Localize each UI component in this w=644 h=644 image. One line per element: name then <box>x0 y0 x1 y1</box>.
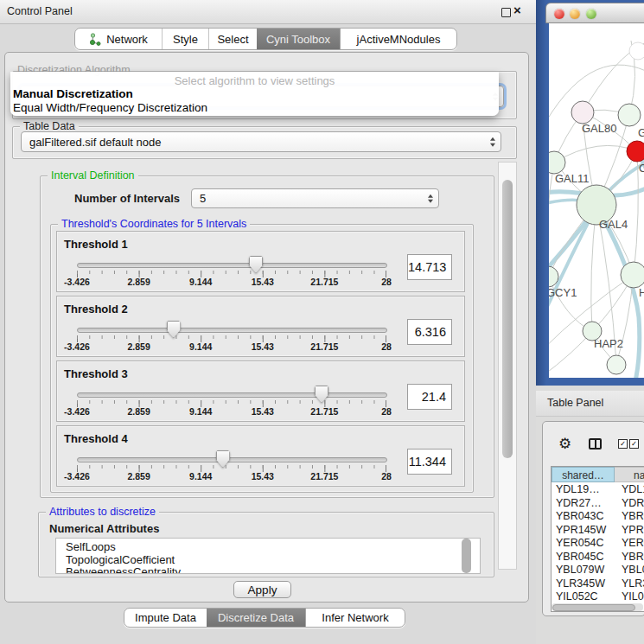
threshold-4-row: Threshold 4 -3.426 2.859 9.144 15.43 21.… <box>56 425 465 487</box>
threshold-1-value-field[interactable]: 14.713 <box>407 254 452 280</box>
table-row[interactable]: YBL079WYBL079W <box>552 564 644 577</box>
network-icon <box>89 33 102 46</box>
combo-stepper-icon <box>490 137 495 147</box>
column-checkbox-icon[interactable]: ✓ <box>618 439 628 449</box>
table-row[interactable]: YIL052CYIL052C <box>552 590 644 604</box>
slider-tick-labels: -3.426 2.859 9.144 15.43 21.715 28 <box>77 406 386 418</box>
table-horizontal-scrollbar[interactable] <box>552 603 643 611</box>
split-columns-icon[interactable] <box>589 438 602 450</box>
node-h <box>621 262 644 288</box>
number-of-intervals-label: Number of Intervals <box>74 192 180 205</box>
threshold-2-row: Threshold 2 -3.426 2.859 9.144 15.43 21.… <box>56 296 465 357</box>
table-panel-title: Table Panel <box>547 397 603 409</box>
threshold-2-slider[interactable] <box>77 328 387 333</box>
network-canvas[interactable]: GAL80 GA C GAL11 GAL4 GCY1 H HAP2 <box>549 23 644 378</box>
threshold-3-label: Threshold 3 <box>64 367 128 380</box>
node-label-clipped-mid: C <box>639 162 644 175</box>
tab-select-label: Select <box>217 33 248 46</box>
tab-select[interactable]: Select <box>208 29 257 49</box>
top-tab-bar: Network Style Select Cyni Toolbox jActiv… <box>74 28 457 50</box>
threshold-4-value-field[interactable]: 11.344 <box>407 449 452 475</box>
list-scrollbar[interactable] <box>462 539 471 573</box>
threshold-1-row: Threshold 1 -3.426 2.859 9.144 15.43 21.… <box>56 231 465 292</box>
threshold-2-label: Threshold 2 <box>64 303 128 316</box>
number-of-intervals-select[interactable]: 5 <box>191 188 439 208</box>
table-row[interactable]: YPR145WYPR145W <box>552 524 644 538</box>
list-item[interactable]: SelfLoops <box>56 541 480 554</box>
slider-minor-ticks <box>77 400 386 404</box>
apply-button[interactable]: Apply <box>233 581 291 598</box>
node-gal80 <box>571 101 594 124</box>
column-header-name[interactable]: name <box>615 467 644 482</box>
numerical-attributes-list[interactable]: SelfLoops TopologicalCoefficient Between… <box>55 538 481 574</box>
tab-infer-network[interactable]: Infer Network <box>305 609 405 627</box>
table-row[interactable]: YER054CYER054C <box>552 537 644 551</box>
column-checkbox-icon[interactable]: ✓ <box>629 439 639 449</box>
node-selected-red <box>627 141 644 162</box>
tab-discretize-data-label: Discretize Data <box>218 611 294 624</box>
threshold-1-slider[interactable] <box>77 263 387 268</box>
node-top-right <box>618 104 641 126</box>
thresholds-group-title: Threshold's Coordinates for 5 Intervals <box>58 218 250 230</box>
numerical-attributes-label: Numerical Attributes <box>49 522 159 535</box>
threshold-1-label: Threshold 1 <box>64 238 128 251</box>
table-panel-titlebar: Table Panel <box>536 391 644 417</box>
threshold-4-label: Threshold 4 <box>64 432 128 445</box>
table-row[interactable]: YLR345WYLR345W <box>552 577 644 591</box>
node-gal11 <box>549 151 565 174</box>
minimize-traffic-light-icon[interactable] <box>570 9 580 19</box>
threshold-3-value-field[interactable]: 21.4 <box>407 384 452 410</box>
float-window-icon[interactable] <box>501 8 511 17</box>
node-label-gcy1: GCY1 <box>549 286 577 299</box>
threshold-3-row: Threshold 3 -3.426 2.859 9.144 15.43 21.… <box>56 360 465 422</box>
popup-option-manual-discretization[interactable]: Manual Discretization <box>10 87 499 101</box>
list-item[interactable]: TopologicalCoefficient <box>56 554 480 567</box>
table-row[interactable]: YBR045CYBR045C <box>552 551 644 564</box>
close-icon[interactable]: × <box>513 3 521 17</box>
panel-title: Control Panel <box>7 5 73 17</box>
table-row[interactable]: YDR27…YDR27… <box>552 497 644 511</box>
number-of-intervals-value: 5 <box>200 192 206 205</box>
list-item[interactable]: BetweennessCentrality <box>56 566 480 574</box>
bottom-tab-bar: Impute Data Discretize Data Infer Networ… <box>124 608 405 628</box>
tab-discretize-data[interactable]: Discretize Data <box>207 609 305 627</box>
algorithm-dropdown-popup: Select algorithm to view settings Manual… <box>10 72 499 116</box>
popup-option-equal-width-frequency[interactable]: Equal Width/Frequency Discretization <box>10 101 499 115</box>
node-label-hap2: HAP2 <box>594 337 623 350</box>
table-row[interactable]: YBR043CYBR043C <box>552 510 644 524</box>
control-panel-titlebar: Control Panel × <box>0 0 536 24</box>
panel-scrollbar-thumb[interactable] <box>502 180 513 458</box>
tab-cyni-toolbox[interactable]: Cyni Toolbox <box>257 29 340 49</box>
table-row[interactable]: YDL19…YDL19… <box>552 483 644 497</box>
control-panel: Control Panel × Network Style Select Cyn… <box>0 0 536 644</box>
slider-tick-labels: -3.426 2.859 9.144 15.43 21.715 28 <box>77 277 386 288</box>
close-traffic-light-icon[interactable] <box>554 9 564 19</box>
zoom-traffic-light-icon[interactable] <box>586 9 596 19</box>
table-settings-gear-icon[interactable]: ⚙ <box>558 435 571 453</box>
table-data-select[interactable]: galFiltered.sif default node <box>21 131 501 152</box>
tab-jactivemnodules[interactable]: jActiveMNodules <box>340 29 456 49</box>
node-label-gal11: GAL11 <box>555 172 590 185</box>
slider-minor-ticks <box>77 335 386 339</box>
node-bottom <box>607 355 626 374</box>
tab-impute-data[interactable]: Impute Data <box>124 609 207 627</box>
tab-style[interactable]: Style <box>162 29 208 49</box>
threshold-3-slider[interactable] <box>77 392 387 398</box>
tab-network[interactable]: Network <box>75 29 162 49</box>
node-label-gal4: GAL4 <box>599 218 628 231</box>
table-horizontal-scrollbar-thumb[interactable] <box>552 604 635 611</box>
node-table[interactable]: shared… name YDL19…YDL19… YDR27…YDR27… Y… <box>551 466 644 612</box>
popup-prompt: Select algorithm to view settings <box>10 74 499 87</box>
slider-tick-labels: -3.426 2.859 9.144 15.43 21.715 28 <box>77 471 386 482</box>
slider-tick-labels: -3.426 2.859 9.144 15.43 21.715 28 <box>77 341 386 353</box>
threshold-2-value-field[interactable]: 6.316 <box>407 319 452 345</box>
network-window-titlebar[interactable] <box>545 3 644 23</box>
tab-style-label: Style <box>173 33 198 46</box>
threshold-4-slider[interactable] <box>77 457 387 462</box>
table-data-selected-value: galFiltered.sif default node <box>29 136 161 149</box>
column-header-shared-name[interactable]: shared… <box>552 467 615 482</box>
node-label-clipped-top: GA <box>638 126 644 139</box>
network-nodes[interactable] <box>549 42 644 374</box>
tab-network-label: Network <box>106 33 148 46</box>
node-label-gal80: GAL80 <box>582 122 616 135</box>
